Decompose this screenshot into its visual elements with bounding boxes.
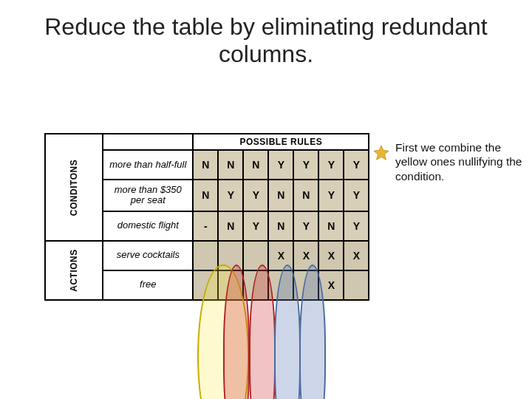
act-cell <box>218 270 243 300</box>
rules-header: POSSIBLE RULES <box>193 134 369 150</box>
act-cell: X <box>293 241 318 270</box>
cond-cell: N <box>268 180 293 211</box>
cond-cell: N <box>193 150 218 180</box>
cond-cell: Y <box>293 150 318 180</box>
cond-cell: Y <box>243 211 268 241</box>
slide-title: Reduce the table by eliminating redundan… <box>0 0 532 68</box>
star-icon <box>373 145 389 161</box>
act-cell <box>344 270 369 300</box>
cond-cell: N <box>218 150 243 180</box>
cond-cell: N <box>318 211 344 241</box>
action-label: serve cocktails <box>103 241 193 270</box>
cond-cell: Y <box>344 150 369 180</box>
condition-label: more than $350 per seat <box>103 180 193 211</box>
act-cell <box>268 270 293 300</box>
act-cell: X <box>344 241 369 270</box>
cond-cell: - <box>193 211 218 241</box>
cond-cell: Y <box>318 150 344 180</box>
actions-vertical-label: ACTIONS <box>45 241 103 300</box>
cond-cell: Y <box>243 180 268 211</box>
act-cell <box>193 270 218 300</box>
cond-cell: N <box>218 211 243 241</box>
annotation-text: First we combine the yellow ones nullify… <box>395 140 532 183</box>
cond-cell: Y <box>218 180 243 211</box>
cond-cell: Y <box>344 180 369 211</box>
cond-cell: N <box>243 150 268 180</box>
act-cell <box>193 241 218 270</box>
condition-label: domestic flight <box>103 211 193 241</box>
act-cell: X <box>268 241 293 270</box>
act-cell: X <box>318 270 344 300</box>
cond-cell: Y <box>344 211 369 241</box>
cond-cell: N <box>293 180 318 211</box>
decision-table-wrap: CONDITONS POSSIBLE RULES more than half-… <box>44 133 369 301</box>
conditions-vertical-label: CONDITONS <box>45 134 103 241</box>
svg-marker-0 <box>374 146 389 160</box>
act-cell <box>293 270 318 300</box>
act-cell: X <box>318 241 344 270</box>
action-row: ACTIONS serve cocktails X X X X <box>45 241 369 270</box>
cond-cell: Y <box>318 180 344 211</box>
blank-header <box>103 134 193 150</box>
condition-label: more than half-full <box>103 150 193 180</box>
act-cell <box>218 241 243 270</box>
act-cell <box>243 241 268 270</box>
cond-cell: Y <box>293 211 318 241</box>
decision-table: CONDITONS POSSIBLE RULES more than half-… <box>44 133 369 301</box>
cond-cell: N <box>193 180 218 211</box>
cond-cell: N <box>268 211 293 241</box>
action-label: free <box>103 270 193 300</box>
act-cell <box>243 270 268 300</box>
cond-cell: Y <box>268 150 293 180</box>
